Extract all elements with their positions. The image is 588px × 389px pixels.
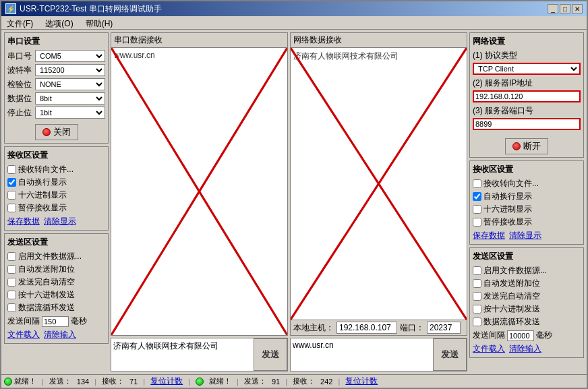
data-row: 数据位 8bit: [7, 92, 105, 104]
net-recv-check2[interactable]: [473, 192, 481, 201]
serial-receive-box: 接收区设置 接收转向文件... 自动换行显示 十六进制显示 暂停接收显示: [4, 146, 109, 231]
net-send-label3: 发送完自动清空: [483, 291, 540, 302]
serial-reset-count[interactable]: 复位计数: [150, 376, 183, 387]
sep3: |: [143, 378, 145, 386]
serial-recv-label1: 接收转向文件...: [18, 164, 74, 175]
serial-send-value: 134: [77, 378, 89, 386]
net-send-cb5: 数据流循环发送: [473, 316, 581, 328]
serial-interval-unit: 毫秒: [71, 316, 87, 327]
net-interval-unit: 毫秒: [536, 330, 552, 341]
serial-send-check4[interactable]: [7, 291, 16, 299]
server-ip-label: (2) 服务器IP地址: [473, 78, 581, 89]
baud-select[interactable]: 115200: [35, 64, 105, 76]
serial-send-panel: 发送: [111, 338, 288, 371]
serial-recv-cb4: 暂停接收显示: [7, 202, 105, 214]
net-send-check5[interactable]: [473, 318, 481, 326]
port-select[interactable]: COM5: [35, 50, 105, 62]
net-reset-count[interactable]: 复位计数: [345, 376, 378, 387]
net-save-link[interactable]: 保存数据: [473, 230, 505, 241]
serial-recv-check1[interactable]: [7, 165, 16, 174]
net-recv-check4[interactable]: [473, 218, 481, 227]
network-settings-title: 网络设置: [473, 36, 581, 47]
server-ip-input[interactable]: [473, 90, 581, 102]
menu-file[interactable]: 文件(F): [4, 18, 36, 28]
serial-send-cb3: 发送完自动清空: [7, 276, 105, 288]
net-send-label: 发送：: [244, 376, 266, 386]
serial-save-link[interactable]: 保存数据: [7, 216, 40, 227]
status-label: 就绪！: [14, 376, 36, 386]
serial-send-check1[interactable]: [7, 252, 16, 261]
serial-recv-check3[interactable]: [7, 191, 16, 200]
serial-send-input[interactable]: [111, 338, 254, 371]
serial-settings-title: 串口设置: [7, 36, 105, 47]
center-top: 串口数据接收 www.usr.cn 网络数据接收: [111, 32, 467, 336]
serial-send-cb4: 按十六进制发送: [7, 289, 105, 301]
serial-clear-input-link[interactable]: 清除输入: [44, 329, 76, 340]
net-recv-check3[interactable]: [473, 205, 481, 214]
net-send-check2[interactable]: [473, 279, 481, 288]
port-row: 串口号 COM5: [7, 50, 105, 62]
serial-send-check2[interactable]: [7, 265, 16, 274]
net-recv-check1[interactable]: [473, 179, 481, 188]
serial-recv-check2[interactable]: [7, 178, 16, 187]
net-send-check3[interactable]: [473, 292, 481, 301]
serial-recv-label4: 暂停接收显示: [18, 202, 67, 214]
stop-label: 停止位: [7, 107, 33, 119]
serial-close-button[interactable]: 关闭: [35, 124, 78, 140]
baud-row: 波特率 115200: [7, 64, 105, 76]
close-button[interactable]: ✕: [572, 4, 583, 13]
net-file-input-link[interactable]: 文件载入: [473, 343, 505, 355]
sep2: |: [94, 378, 96, 386]
serial-send-label5: 数据流循环发送: [18, 302, 75, 313]
net-send-label5: 数据流循环发送: [483, 316, 540, 328]
network-bottom-bar: 本地主机： 端口：: [291, 320, 467, 335]
sep1: |: [42, 378, 44, 386]
check-row: 检验位 NONE: [7, 78, 105, 90]
network-open-button[interactable]: 断开: [505, 138, 548, 154]
net-recv-cb4: 暂停接收显示: [473, 216, 581, 228]
maximize-button[interactable]: □: [560, 4, 570, 13]
serial-send-button[interactable]: 发送: [254, 338, 287, 371]
check-select[interactable]: NONE: [35, 78, 105, 90]
menu-help[interactable]: 帮助(H): [83, 18, 116, 28]
net-send-check4[interactable]: [473, 305, 481, 313]
serial-receive-title: 接收区设置: [7, 150, 105, 161]
serial-send-title: 发送区设置: [7, 237, 105, 248]
serial-interval-input[interactable]: [42, 316, 69, 327]
stop-select[interactable]: 1bit: [35, 107, 105, 119]
serial-recv-check4[interactable]: [7, 204, 16, 212]
serial-send-check5[interactable]: [7, 303, 16, 312]
serial-file-input-link[interactable]: 文件载入: [7, 329, 40, 340]
net-clear-input-link[interactable]: 清除输入: [509, 343, 541, 355]
main-content: 串口设置 串口号 COM5 波特率 115200 检验位 NONE: [1, 30, 587, 374]
net-clear-link[interactable]: 清除显示: [509, 230, 541, 241]
serial-send-cb1: 启用文件数据源...: [7, 251, 105, 262]
network-x-overlay: [291, 48, 467, 320]
serial-clear-link[interactable]: 清除显示: [44, 216, 76, 227]
net-send-links: 文件载入 清除输入: [473, 343, 581, 355]
minimize-button[interactable]: _: [548, 4, 558, 13]
local-port-field[interactable]: [427, 322, 461, 334]
network-data-panel: 网络数据接收 济南有人物联网技术有限公司 本地主机： 端: [290, 32, 467, 336]
svg-line-3: [291, 48, 467, 320]
serial-recv-label2: 自动换行显示: [18, 177, 67, 188]
net-interval-input[interactable]: [507, 330, 534, 341]
net-send-label1: 启用文件数据源...: [483, 265, 547, 276]
serial-recv-label: 接收：: [102, 376, 124, 386]
port-label: 串口号: [7, 51, 33, 62]
protocol-select[interactable]: TCP Client: [473, 63, 581, 75]
net-send-cb4: 按十六进制发送: [473, 303, 581, 315]
network-send-input[interactable]: [291, 338, 433, 371]
serial-recv-cb3: 十六进制显示: [7, 189, 105, 201]
title-bar-left: ⚡ USR-TCP232-Test 串口转网络调试助手: [5, 3, 162, 15]
net-interval-row: 发送间隔 毫秒: [473, 330, 581, 341]
svg-line-1: [111, 48, 287, 335]
serial-send-check3[interactable]: [7, 278, 16, 287]
data-select[interactable]: 8bit: [35, 92, 105, 104]
network-send-button[interactable]: 发送: [433, 338, 467, 371]
local-addr-field[interactable]: [336, 322, 397, 334]
menu-options[interactable]: 选项(O): [42, 18, 76, 28]
net-send-label2: 自动发送附加位: [483, 278, 540, 289]
net-send-check1[interactable]: [473, 266, 481, 275]
server-port-input[interactable]: [473, 118, 581, 130]
